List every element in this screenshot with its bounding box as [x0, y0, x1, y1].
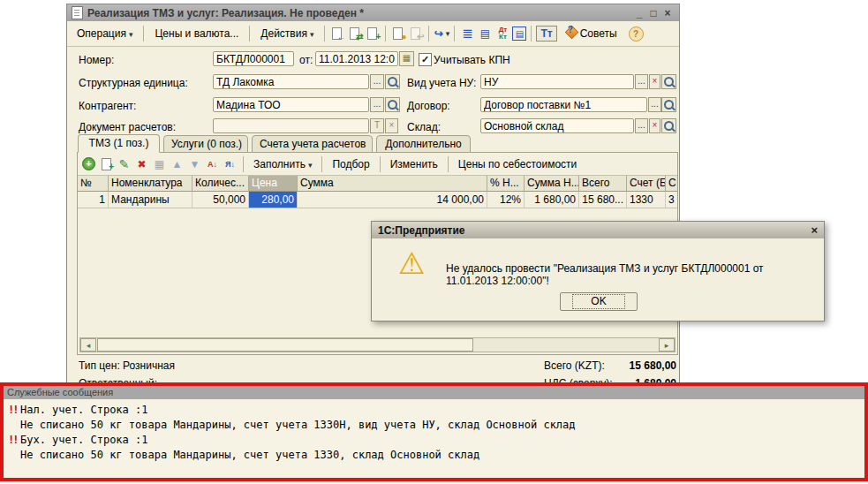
column-header-sum[interactable]: Сумма — [298, 176, 487, 192]
tab-tmz[interactable]: ТМЗ (1 поз.) — [78, 134, 160, 153]
cell-extra[interactable]: 3 — [666, 192, 678, 208]
maximize-button[interactable]: □ — [646, 7, 660, 19]
column-header-vat-sum[interactable]: Сумма Н... — [525, 176, 579, 192]
nu-clear-button[interactable]: × — [649, 74, 660, 89]
write-icon[interactable]: ← — [329, 26, 345, 42]
text-edit-toggle-button[interactable]: Тт — [536, 26, 556, 42]
column-header-total[interactable]: Всего — [579, 176, 627, 192]
scrollbar-thumb[interactable] — [97, 338, 473, 352]
close-button[interactable]: × — [660, 7, 675, 19]
prices-currency-button[interactable]: Цены и валюта... — [148, 24, 245, 43]
copy-row-icon[interactable]: + — [99, 156, 114, 171]
dtkt-postings-icon[interactable]: ДтКт — [494, 26, 510, 42]
contract-input[interactable] — [480, 97, 647, 112]
nu-account-input[interactable] — [480, 74, 634, 89]
magnifier-icon — [388, 100, 397, 110]
column-header-vat-pct[interactable]: % Н... — [487, 176, 525, 192]
cell-num[interactable]: 1 — [78, 192, 109, 208]
dialog-close-icon[interactable]: × — [811, 223, 818, 237]
sort-descending-icon[interactable]: Я↓ — [223, 156, 238, 171]
settlement-doc-type-button[interactable]: Т — [370, 118, 384, 133]
message-line[interactable]: !!Бух. учет. Строка :1 — [4, 433, 864, 448]
warehouse-select-button[interactable]: ... — [635, 118, 648, 133]
structural-unit-label: Структурная единица: — [79, 77, 188, 89]
advices-button[interactable]: ?Советы — [559, 24, 623, 43]
copy-icon[interactable]: + — [365, 26, 381, 42]
contractor-open-button[interactable] — [385, 97, 400, 112]
toolbar-separator — [385, 26, 386, 42]
document-movements-icon[interactable]: ≣ — [459, 26, 475, 42]
contractor-input[interactable] — [213, 97, 369, 112]
window-titlebar[interactable]: Реализация ТМЗ и услуг: Реализация. Не п… — [67, 4, 679, 21]
total-value: 15 680,00 — [562, 359, 676, 372]
column-header-extra[interactable]: С — [666, 176, 678, 192]
tab-additional[interactable]: Дополнительно — [376, 135, 471, 154]
column-header-nomenclature[interactable]: Номенклатура — [109, 176, 192, 192]
cell-sum[interactable]: 14 000,00 — [298, 192, 487, 208]
dialog-titlebar[interactable]: 1С:Предприятие × — [372, 222, 824, 238]
move-down-icon[interactable]: ▼ — [187, 156, 202, 171]
create-based-on-icon[interactable]: ↪▾ — [434, 26, 449, 42]
cell-price-selected[interactable]: 280,00 — [249, 192, 298, 208]
column-header-num[interactable]: № — [78, 176, 109, 192]
report-icon[interactable]: ▤ — [512, 26, 526, 41]
minimize-button[interactable]: _ — [632, 7, 646, 19]
nu-open-button[interactable] — [661, 74, 676, 89]
horizontal-scrollbar[interactable]: ◂ ▸ — [79, 337, 676, 352]
help-icon[interactable]: ? — [629, 26, 644, 42]
sort-ascending-icon[interactable]: А↓ — [205, 156, 220, 171]
pick-button[interactable]: Подбор — [328, 155, 374, 173]
cell-total[interactable]: 15 680... — [579, 192, 627, 208]
operation-menu-button[interactable]: Операция▾ — [71, 24, 139, 43]
cell-quantity[interactable]: 50,000 — [192, 192, 249, 208]
scroll-left-icon[interactable]: ◂ — [80, 338, 96, 352]
contract-select-button[interactable]: ... — [648, 97, 661, 112]
change-button[interactable]: Изменить — [386, 155, 442, 173]
cell-vat-pct[interactable]: 12% — [487, 192, 525, 208]
toolbar-separator — [324, 26, 325, 42]
kpn-checkbox[interactable]: ✓ — [419, 53, 432, 66]
cell-nomenclature[interactable]: Мандарины — [109, 192, 192, 208]
column-header-price[interactable]: Цена — [249, 176, 298, 192]
warehouse-label: Склад: — [407, 121, 441, 133]
post-movements-icon[interactable]: ● — [390, 26, 406, 42]
message-line[interactable]: !!Нал. учет. Строка :1 — [4, 403, 864, 418]
structural-unit-input[interactable] — [213, 74, 369, 89]
warehouse-clear-button[interactable]: × — [649, 118, 660, 133]
message-line[interactable]: Не списано 50 кг товара Мандарины, счет … — [4, 448, 864, 463]
structural-unit-select-button[interactable]: ... — [370, 74, 384, 89]
settlement-doc-clear-button[interactable]: × — [385, 118, 398, 133]
contract-open-button[interactable] — [661, 97, 676, 112]
warehouse-open-button[interactable] — [661, 118, 676, 133]
structural-unit-open-button[interactable] — [385, 74, 400, 89]
delete-row-icon[interactable]: ✖ — [134, 156, 149, 171]
edit-row-icon[interactable]: ✎ — [117, 156, 132, 171]
cost-prices-button[interactable]: Цены по себестоимости — [454, 155, 581, 173]
date-input[interactable] — [315, 51, 398, 66]
warehouse-input[interactable] — [480, 118, 634, 133]
tab-settlement-accounts[interactable]: Счета учета расчетов — [252, 135, 373, 154]
cell-vat-sum[interactable]: 1 680,00 — [525, 192, 579, 208]
column-header-account[interactable]: Счет (БУ) — [627, 176, 666, 192]
number-input[interactable] — [213, 51, 294, 66]
add-row-icon[interactable]: + — [81, 156, 96, 171]
contractor-select-button[interactable]: ... — [370, 97, 384, 112]
chevron-down-icon: ▾ — [446, 29, 450, 38]
calendar-button[interactable]: ▦ — [399, 51, 414, 66]
table-row[interactable]: 1 Мандарины 50,000 280,00 14 000,00 12% … — [78, 192, 678, 208]
ok-button[interactable]: OK — [560, 292, 638, 311]
scroll-right-icon[interactable]: ▸ — [659, 338, 675, 352]
nu-select-button[interactable]: ... — [635, 74, 648, 89]
message-line[interactable]: Не списано 50 кг товара Мандарины, счет … — [4, 418, 864, 433]
settlement-doc-input[interactable] — [213, 118, 369, 133]
actions-menu-button[interactable]: Действия▾ — [254, 24, 320, 43]
toolbar-separator — [143, 26, 144, 42]
document-window: Реализация ТМЗ и услуг: Реализация. Не п… — [66, 4, 680, 389]
move-up-icon[interactable]: ▲ — [170, 156, 185, 171]
column-header-quantity[interactable]: Количес... — [192, 176, 249, 192]
fill-menu-button[interactable]: Заполнить▾ — [249, 155, 316, 173]
structure-settings-icon[interactable]: ▤ — [477, 26, 493, 42]
post-document-icon[interactable]: ⇄ — [347, 26, 363, 42]
cell-account[interactable]: 1330 — [627, 192, 666, 208]
tab-services[interactable]: Услуги (0 поз.) — [163, 135, 248, 154]
